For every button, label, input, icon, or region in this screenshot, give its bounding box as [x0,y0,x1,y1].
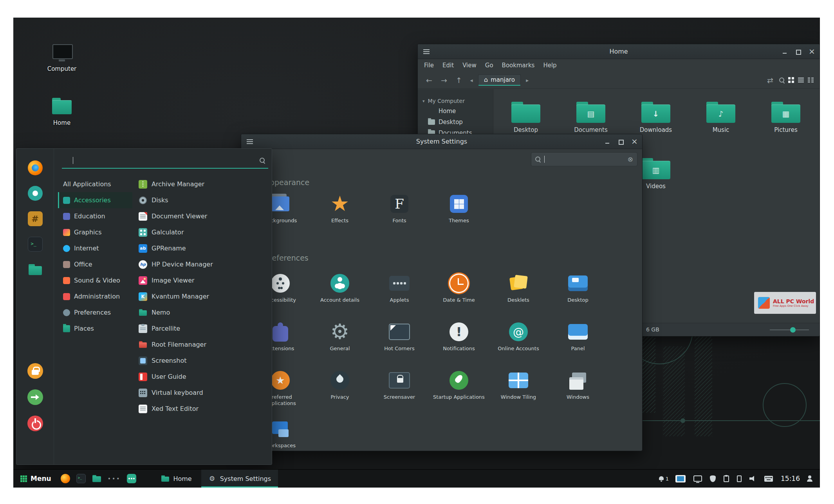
menu-button[interactable]: Menu [17,470,54,488]
menu-app-item[interactable]: Virtual keyboard [136,385,268,401]
folder-tile[interactable]: Music [688,99,753,155]
menu-category[interactable]: Sound & Video [58,272,132,288]
menu-app-item[interactable]: Image Viewer [136,272,268,288]
chat-launcher-icon[interactable] [127,474,136,483]
volume-icon[interactable] [749,475,756,482]
menu-category[interactable]: All Applications [58,176,132,192]
notifications-icon[interactable] [658,475,664,482]
menu-app-item[interactable]: Screenshot [136,353,268,369]
toggle-location-entry-icon[interactable]: ⇄ [764,74,776,86]
user-icon[interactable] [807,475,813,482]
display-icon[interactable] [693,475,702,482]
grid-view-icon[interactable] [788,77,794,83]
maximize-button[interactable] [618,139,623,144]
menu-search-input[interactable] [62,153,268,169]
window-menu-icon[interactable] [423,49,430,54]
up-button[interactable]: ↑ [453,74,465,86]
menu-category[interactable]: Places [58,320,132,337]
compact-view-icon[interactable] [807,77,814,83]
panel-overflow-dots[interactable]: ••• [108,475,121,482]
back-button[interactable]: ← [423,74,435,86]
window-list-button[interactable]: Home [154,470,199,488]
menu-app-item[interactable]: Disks [136,192,268,208]
settings-item[interactable]: Date & Time [429,266,489,315]
menu-app-item[interactable]: Parcellite [136,320,268,337]
settings-item[interactable]: Windows [548,364,608,412]
tray-item[interactable] [737,475,743,482]
menubar-item[interactable]: View [462,62,477,69]
clear-search-icon[interactable]: ⊗ [628,155,633,163]
lock-screen-button[interactable] [27,363,43,379]
close-button[interactable]: × [631,139,637,144]
sidebar-place[interactable]: Home [418,106,493,117]
clipboard-icon[interactable] [724,475,729,482]
breadcrumb-right-chevron[interactable]: ▸ [524,77,531,83]
terminal-launcher-icon[interactable] [76,474,86,483]
settings-search-input[interactable]: ⊗ [531,152,637,166]
menubar-item[interactable]: Edit [442,62,454,69]
settings-item[interactable]: Privacy [310,364,370,412]
shutdown-button[interactable] [27,416,43,431]
menubar-item[interactable]: Go [485,62,493,69]
software-manager-favorite-icon[interactable] [28,211,43,226]
window-list-button[interactable]: System Settings [201,470,278,488]
logout-button[interactable] [27,389,43,405]
zoom-slider[interactable] [770,329,809,330]
menu-category[interactable]: Administration [58,288,132,304]
tray-item[interactable]: 1 [658,475,669,482]
tray-item[interactable] [724,475,730,482]
settings-item[interactable]: Startup Applications [429,364,489,412]
files-launcher-icon[interactable] [92,474,101,483]
tray-item[interactable] [693,475,703,482]
menu-app-item[interactable]: Xed Text Editor [136,401,268,417]
settings-item[interactable]: Effects [310,187,370,236]
sidebar-place[interactable]: Desktop [418,117,493,128]
menu-category[interactable]: Preferences [58,304,132,320]
menu-app-item[interactable]: Root Filemanager [136,337,268,353]
zoom-slider-knob[interactable] [790,327,796,333]
tray-item[interactable] [764,476,774,482]
tray-item[interactable] [749,475,758,482]
settings-item[interactable]: Fonts [370,187,429,236]
settings-item[interactable]: Desklets [489,266,548,315]
menu-app-item[interactable]: Galculator [136,224,268,240]
search-icon[interactable] [779,77,785,83]
fm-titlebar[interactable]: Home × [418,44,820,59]
file-manager-favorite-icon[interactable] [28,262,43,277]
menu-app-item[interactable]: HP Device Manager [136,256,268,272]
settings-item[interactable]: Themes [429,187,489,236]
firefox-launcher-icon[interactable] [61,474,70,483]
minimize-button[interactable] [605,139,610,144]
settings-item[interactable]: Window Tiling [489,364,548,412]
settings-item[interactable]: Applets [370,266,429,315]
forward-button[interactable]: → [438,74,450,86]
terminal-favorite-icon[interactable] [28,237,43,252]
keyboard-layout-icon[interactable] [764,476,773,482]
settings-item[interactable]: Hot Corners [370,315,429,364]
menu-category[interactable]: Graphics [58,224,132,240]
settings-item[interactable]: Screensaver [370,364,429,412]
device-icon[interactable] [737,475,742,482]
breadcrumb-manjaro[interactable]: ⌂ manjaro [478,74,521,86]
settings-item[interactable]: Online Accounts [489,315,548,364]
menu-app-item[interactable]: Kvantum Manager [136,288,268,304]
window-menu-icon[interactable] [247,139,253,144]
tray-item[interactable] [675,475,687,482]
tray-item[interactable] [710,475,717,482]
settings-item[interactable]: Desktop [548,266,608,315]
manjaro-settings-favorite-icon[interactable] [28,186,43,201]
settings-item[interactable]: Notifications [429,315,489,364]
maximize-button[interactable] [795,49,801,54]
close-button[interactable]: × [809,49,814,54]
clock[interactable]: 15:16 [781,475,800,482]
menu-category[interactable]: Office [58,256,132,272]
menu-app-item[interactable]: Document Viewer [136,208,268,224]
firefox-favorite-icon[interactable] [28,160,43,175]
sidebar-section-header[interactable]: ▾ My Computer [418,96,493,106]
settings-item[interactable]: Account details [310,266,370,315]
minimize-button[interactable] [782,49,787,54]
menu-category[interactable]: Education [58,208,132,224]
network-icon[interactable] [710,475,716,482]
settings-item[interactable]: Panel [548,315,608,364]
menu-category[interactable]: Accessories [58,192,132,208]
